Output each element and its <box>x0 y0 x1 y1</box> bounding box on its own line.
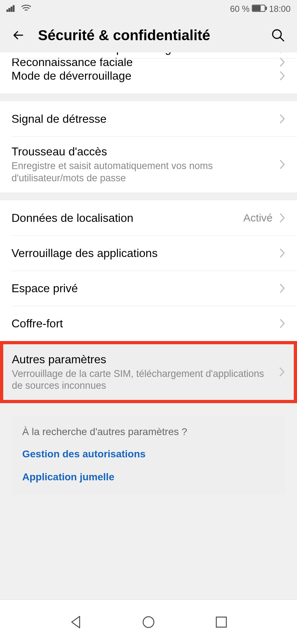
row-title: Espace privé <box>11 281 273 295</box>
row-keychain[interactable]: Trousseau d'accès Enregistre et saisit a… <box>0 136 297 192</box>
row-app-lock[interactable]: Verrouillage des applications <box>0 235 297 271</box>
row-title: Trousseau d'accès <box>11 144 273 159</box>
chevron-right-icon <box>279 283 286 294</box>
chevron-right-icon <box>279 248 286 258</box>
row-title: Données de localisation <box>11 211 237 225</box>
app-header: Sécurité & confidentialité <box>0 18 297 52</box>
section-privacy: Données de localisation Activé Verrouill… <box>0 200 297 341</box>
clock: 18:00 <box>269 4 291 14</box>
row-title: Signal de détresse <box>11 112 273 126</box>
svg-rect-2 <box>11 7 12 12</box>
svg-point-8 <box>143 617 154 627</box>
battery-percent: 60 % <box>230 4 250 14</box>
row-title: Coffre-fort <box>11 316 273 331</box>
chevron-right-icon <box>279 213 286 223</box>
row-unlock-mode[interactable]: Mode de déverrouillage <box>0 58 297 93</box>
signal-icon <box>6 4 16 14</box>
other-settings-card: À la recherche d'autres paramètres ? Ges… <box>11 415 286 495</box>
svg-rect-0 <box>6 10 8 12</box>
row-value: Activé <box>243 212 273 224</box>
row-subtitle: Verrouillage de la carte SIM, télécharge… <box>12 368 272 392</box>
svg-rect-5 <box>253 6 260 11</box>
search-button[interactable] <box>270 27 286 43</box>
chevron-right-icon <box>279 367 285 377</box>
svg-rect-6 <box>266 7 267 10</box>
svg-rect-3 <box>13 5 14 12</box>
row-safe[interactable]: Coffre-fort <box>0 306 297 341</box>
row-private-space[interactable]: Espace privé <box>0 271 297 306</box>
chevron-right-icon <box>279 113 286 124</box>
battery-icon <box>252 4 267 14</box>
row-sos[interactable]: Signal de détresse <box>0 101 297 136</box>
card-title: À la recherche d'autres paramètres ? <box>22 426 275 438</box>
chevron-right-icon <box>279 70 286 81</box>
highlight-annotation: Autres paramètres Verrouillage de la car… <box>0 341 297 403</box>
back-button[interactable] <box>11 27 27 43</box>
row-location[interactable]: Données de localisation Activé <box>0 200 297 235</box>
nav-back-button[interactable] <box>67 613 85 631</box>
row-subtitle: Enregistre et saisit automatiquement vos… <box>11 160 227 185</box>
section-sos-keychain: Signal de détresse Trousseau d'accès Enr… <box>0 101 297 192</box>
link-twin-app[interactable]: Application jumelle <box>22 471 275 483</box>
system-nav-bar <box>0 599 297 644</box>
link-permissions[interactable]: Gestion des autorisations <box>22 448 275 460</box>
row-title: Mode de déverrouillage <box>11 69 273 83</box>
chevron-right-icon <box>279 159 286 170</box>
row-title: Autres paramètres <box>12 352 272 367</box>
row-more-settings[interactable]: Autres paramètres Verrouillage de la car… <box>3 344 294 400</box>
svg-rect-9 <box>216 617 226 627</box>
chevron-right-icon <box>279 318 286 329</box>
wifi-icon <box>21 4 32 14</box>
page-title: Sécurité & confidentialité <box>38 27 259 43</box>
svg-rect-1 <box>9 8 10 12</box>
nav-home-button[interactable] <box>140 613 157 631</box>
content-scroll[interactable]: Identification via empreinte digitale Re… <box>0 52 297 599</box>
nav-recents-button[interactable] <box>212 613 230 631</box>
row-title: Verrouillage des applications <box>11 246 273 260</box>
status-bar: 60 % 18:00 <box>0 0 297 18</box>
section-biometrics: Identification via empreinte digitale Re… <box>0 52 297 93</box>
